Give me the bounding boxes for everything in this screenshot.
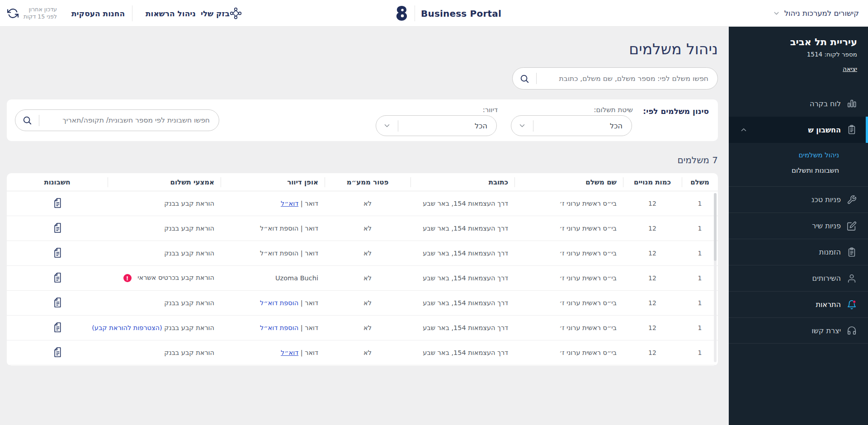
select-divider: [533, 120, 533, 132]
table-scrollbar-thumb[interactable]: [714, 193, 717, 261]
sidebar-item-alerts[interactable]: התראות: [729, 291, 868, 317]
mailing-link[interactable]: Uzoma Buchi: [275, 274, 318, 282]
table-row[interactable]: 1 12 בי״ס ראשית ערוני ז׳ דרך העצמאות 154…: [7, 316, 718, 340]
sidebar: עיריית תל אביב מספר לקוח: 1514 יציאה לוח…: [729, 27, 868, 425]
chevron-down-icon[interactable]: [511, 122, 533, 130]
payment-text: הוראת קבע בבנק: [164, 225, 214, 232]
cell-payment-means: הוראת קבע בבנק: [108, 299, 221, 307]
cell-payer: 1: [682, 324, 718, 331]
cell-mailing-method: דואר | דוא״ל: [221, 349, 325, 356]
cell-subscribers: 12: [623, 200, 682, 207]
mailing-link[interactable]: הוספת דוא״ל: [260, 324, 298, 331]
cell-subscribers: 12: [623, 250, 682, 257]
payer-search-input[interactable]: [537, 75, 717, 83]
cell-vat-exempt: לא: [325, 299, 410, 307]
sidebar-item-dashboard[interactable]: לוח בקרה: [729, 90, 868, 117]
customer-profile: עיריית תל אביב מספר לקוח: 1514 יציאה: [729, 27, 868, 82]
mailing-link[interactable]: הוספת דוא״ל: [260, 225, 298, 232]
invoice-search: [15, 109, 219, 131]
sidebar-item-technical-inquiries[interactable]: פניות טכנ: [729, 186, 868, 212]
sidebar-item-service-inquiries[interactable]: פניות שיר: [729, 212, 868, 239]
mailing-link[interactable]: דוא״ל: [281, 349, 298, 356]
page-title: ניהול משלמים: [629, 40, 718, 58]
invoice-document-icon[interactable]: [53, 347, 62, 358]
sidebar-subitem-payer-management[interactable]: ניהול משלמים: [733, 147, 839, 163]
table-row[interactable]: 1 12 בי״ס ראשית ערוני ז׳ דרך העצמאות 154…: [7, 191, 718, 216]
cell-vat-exempt: לא: [325, 274, 410, 282]
alert-badge: !: [123, 274, 132, 282]
headset-icon: [846, 325, 857, 336]
col-header-invoices: חשבונות: [7, 173, 108, 191]
cell-vat-exempt: לא: [325, 250, 410, 257]
edit-document-icon: [846, 221, 857, 231]
table-row[interactable]: 1 12 בי״ס ראשית ערוני ז׳ דרך העצמאות 154…: [7, 291, 718, 316]
bar-chart-icon: [846, 98, 857, 109]
logout-link[interactable]: יציאה: [843, 65, 857, 72]
invoice-document-icon[interactable]: [53, 247, 62, 258]
table-row[interactable]: 1 12 בי״ס ראשית ערוני ז׳ דרך העצמאות 154…: [7, 266, 718, 291]
col-header-vat-exempt: פטור ממע״מ: [325, 173, 410, 191]
chevron-down-icon[interactable]: [376, 122, 398, 130]
cell-mailing-method: דואר | הוספת דוא״ל: [221, 299, 325, 307]
cell-payer-name: בי״ס ראשית ערוני ז׳: [514, 200, 623, 207]
clipboard-icon: [846, 124, 857, 135]
search-divider: [536, 73, 537, 84]
sidebar-item-orders[interactable]: הזמנות: [729, 239, 868, 265]
cell-subscribers: 12: [623, 299, 682, 307]
cell-payer: 1: [682, 225, 718, 232]
main-content: ניהול משלמים סינון משלמים לפי: שיטת תשלו…: [0, 27, 729, 425]
refresh-icon[interactable]: [7, 0, 19, 27]
nav-business-store[interactable]: החנות העסקית: [71, 0, 125, 27]
cell-vat-exempt: לא: [325, 324, 410, 331]
payment-text: הוראת קבע בבנק: [164, 250, 214, 257]
invoice-search-input[interactable]: [39, 116, 219, 124]
person-icon: [846, 273, 857, 284]
mailing-link[interactable]: דוא״ל: [281, 200, 298, 207]
sidebar-item-my-account[interactable]: החשבון ש: [729, 117, 868, 143]
sidebar-item-services[interactable]: השירותים: [729, 265, 868, 291]
payment-text: הוראת קבע בבנק: [164, 299, 214, 307]
topbar-divider: [415, 5, 415, 21]
invoice-document-icon[interactable]: [53, 297, 62, 308]
mailing-value: הכל: [398, 122, 496, 130]
search-icon[interactable]: [513, 74, 536, 84]
clipboard-icon: [846, 247, 857, 258]
sidebar-item-contact-us[interactable]: יצרת קשו: [729, 317, 868, 344]
payment-text: הוראת קבע בכרטיס אשראי: [137, 274, 214, 281]
cell-mailing-method: דואר | הוספת דוא״ל: [221, 250, 325, 257]
table-header-row: משלם כמות מנויים שם משלם כתובת פטור ממע״…: [7, 173, 718, 191]
mailing-link[interactable]: הוספת דוא״ל: [260, 299, 298, 307]
mailing-select[interactable]: הכל: [376, 115, 497, 136]
mailing-prefix: דואר |: [301, 299, 318, 307]
cell-mailing-method: דואר | הוספת דוא״ל: [221, 225, 325, 232]
table-row[interactable]: 1 12 בי״ס ראשית ערוני ז׳ דרך העצמאות 154…: [7, 241, 718, 266]
bezeq-logo[interactable]: [393, 0, 410, 27]
payment-method-select[interactable]: הכל: [511, 115, 632, 136]
nav-permissions[interactable]: ניהול הרשאות: [146, 0, 196, 27]
invoice-document-icon[interactable]: [53, 222, 62, 233]
sidebar-subitem-invoices-payment[interactable]: חשבונות ותשלום: [733, 163, 839, 178]
cell-payment-means: הוראת קבע בבנק: [108, 200, 221, 207]
mailing-link[interactable]: הוספת דוא״ל: [260, 250, 298, 257]
cell-payer: 1: [682, 349, 718, 356]
management-systems-dropdown[interactable]: קישורים למערכות ניהול: [773, 0, 859, 27]
table-row[interactable]: 1 12 בי״ס ראשית ערוני ז׳ דרך העצמאות 154…: [7, 340, 718, 365]
invoice-document-icon[interactable]: [53, 198, 62, 208]
col-header-payer-name: שם משלם: [514, 173, 623, 191]
search-icon[interactable]: [15, 115, 39, 125]
nav-my-bezeq[interactable]: בזק שלי: [201, 0, 230, 27]
cell-vat-exempt: לא: [325, 349, 410, 356]
invoice-document-icon[interactable]: [53, 322, 62, 333]
chevron-up-icon[interactable]: [740, 126, 748, 134]
table-row[interactable]: 1 12 בי״ס ראשית ערוני ז׳ דרך העצמאות 154…: [7, 216, 718, 241]
molecule-icon: [230, 0, 242, 27]
col-header-payer: משלם: [682, 173, 718, 191]
cell-payment-means: הוראת קבע בבנק (הצטרפות להוראת קבע): [108, 324, 221, 331]
col-header-subscribers: כמות מנויים: [623, 173, 682, 191]
cell-payer: 1: [682, 274, 718, 282]
cell-subscribers: 12: [623, 324, 682, 331]
cell-payer: 1: [682, 200, 718, 207]
cell-address: דרך העצמאות 154, באר שבע: [410, 299, 514, 307]
invoice-document-icon[interactable]: [53, 272, 62, 283]
cell-payer-name: בי״ס ראשית ערוני ז׳: [514, 324, 623, 331]
